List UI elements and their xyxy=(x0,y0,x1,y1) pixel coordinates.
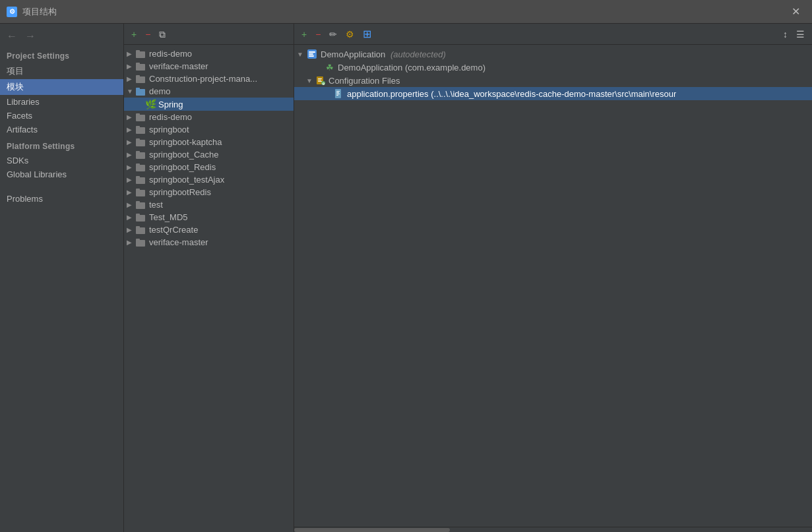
tree-arrow-springboot xyxy=(127,126,136,133)
project-settings-header: Project Settings xyxy=(0,46,123,63)
sidebar-item-libraries[interactable]: Libraries xyxy=(0,95,123,109)
tree-item-springboot-testajax[interactable]: springboot_testAjax xyxy=(124,173,294,186)
tree-item-springboot-cache[interactable]: springboot_Cache xyxy=(124,148,294,161)
tree-item-redis-demo2[interactable]: redis-demo xyxy=(124,111,294,123)
tree-item-test[interactable]: test xyxy=(124,198,294,211)
tree-item-label: testQrCreate xyxy=(149,225,198,235)
folder-icon-springbootredis xyxy=(136,188,146,196)
right-scrollbar[interactable] xyxy=(294,527,812,532)
tree-item-label: redis-demo xyxy=(149,49,192,59)
tree-item-label: Spring xyxy=(158,100,183,109)
folder-icon-cache xyxy=(136,150,146,159)
sidebar-item-sdks[interactable]: SDKs xyxy=(0,154,123,167)
tree-item-label: Construction-project-mana... xyxy=(149,74,257,84)
gear-right-button[interactable]: ⚙ xyxy=(342,28,358,40)
remove-right-button[interactable]: − xyxy=(312,28,324,40)
right-tree-item-config-files[interactable]: ▼ ⚙ Configuration Files xyxy=(294,74,812,87)
tree-item-veriface-master2[interactable]: veriface-master xyxy=(124,236,294,249)
svg-rect-11 xyxy=(136,126,140,129)
tree-item-redis-demo[interactable]: redis-demo xyxy=(124,47,294,60)
sidebar: ← → Project Settings 项目 模块 Libraries Fac… xyxy=(0,24,124,532)
svg-rect-13 xyxy=(136,138,140,141)
tree-arrow-test-md5 xyxy=(127,214,136,221)
folder-icon-redis-demo2 xyxy=(136,113,146,121)
sidebar-item-facets[interactable]: Facets xyxy=(0,109,123,123)
tree-item-testqrcreate[interactable]: testQrCreate xyxy=(124,223,294,236)
sidebar-item-modules[interactable]: 模块 xyxy=(0,79,123,95)
sort-button[interactable]: ↕ xyxy=(780,28,791,41)
tree-item-label: demo xyxy=(149,86,171,96)
tree-arrow-testajax xyxy=(127,176,136,183)
tree-item-construction[interactable]: Construction-project-mana... xyxy=(124,73,294,85)
title-bar: ⚙ 项目结构 ✕ xyxy=(0,0,812,24)
sidebar-item-project[interactable]: 项目 xyxy=(0,63,123,79)
sidebar-item-label: Libraries xyxy=(7,97,40,107)
tree-arrow-cache xyxy=(127,151,136,158)
copy-module-button[interactable]: ⧉ xyxy=(156,28,169,40)
tree-item-demo[interactable]: demo xyxy=(124,85,294,98)
tree-item-veriface-master[interactable]: veriface-master xyxy=(124,60,294,73)
svg-rect-32 xyxy=(309,53,313,55)
folder-icon-kaptcha xyxy=(136,138,146,146)
tree-item-spring[interactable]: 🌿 Spring xyxy=(124,98,294,111)
folder-icon-test-md5 xyxy=(136,213,146,222)
right-tree-item-demo-app-class[interactable]: ☘ DemoApplication (com.example.demo) xyxy=(294,61,812,74)
tree-arrow-veriface xyxy=(127,63,136,70)
config-files-icon: ⚙ xyxy=(315,75,326,86)
dialog-icon: ⚙ xyxy=(7,7,17,17)
tree-item-label: redis-demo xyxy=(149,112,192,122)
svg-rect-3 xyxy=(136,63,140,65)
tree-item-label: springboot-kaptcha xyxy=(149,137,222,147)
svg-rect-43 xyxy=(336,94,340,94)
add-module-button[interactable]: + xyxy=(128,28,140,40)
svg-rect-44 xyxy=(336,95,338,96)
svg-rect-21 xyxy=(136,189,140,191)
sidebar-item-label: SDKs xyxy=(7,156,28,165)
demo-app-extra: (autodetected) xyxy=(390,49,446,59)
right-tree: ▼ DemoApplication (autodetected) xyxy=(294,45,812,527)
folder-icon-redis-demo xyxy=(136,49,146,58)
sidebar-item-label: Facets xyxy=(7,111,32,121)
right-scrollbar-thumb xyxy=(294,528,450,532)
tree-arrow-construction xyxy=(127,75,136,82)
module-icon xyxy=(306,49,318,59)
tree-item-label: springboot_Cache xyxy=(149,150,219,160)
app-class-icon: ☘ xyxy=(325,62,335,73)
edit-right-button[interactable]: ✏ xyxy=(326,28,340,40)
folder-icon-springboot-redis xyxy=(136,163,146,171)
arrow-demo-app: ▼ xyxy=(297,51,306,58)
dialog-title: 项目结构 xyxy=(22,6,57,18)
close-button[interactable]: ✕ xyxy=(786,4,805,20)
module-right-button[interactable]: ⊞ xyxy=(359,28,375,41)
right-toolbar: + − ✏ ⚙ ⊞ ↕ ☰ xyxy=(294,24,812,45)
tree-arrow-springbootredis xyxy=(127,189,136,196)
middle-panel: + − ⧉ redis-demo veriface-master xyxy=(124,24,294,532)
tree-item-springboot-kaptcha[interactable]: springboot-kaptcha xyxy=(124,136,294,148)
tree-item-test-md5[interactable]: Test_MD5 xyxy=(124,211,294,223)
filter-button[interactable]: ☰ xyxy=(793,28,808,40)
tree-item-label: springboot_Redis xyxy=(149,162,216,172)
tree-item-label: Test_MD5 xyxy=(149,212,188,222)
svg-rect-35 xyxy=(318,78,322,79)
sidebar-item-problems[interactable]: Problems xyxy=(0,192,123,206)
forward-button[interactable]: → xyxy=(22,29,38,44)
back-button[interactable]: ← xyxy=(4,29,20,44)
sidebar-item-label: 项目 xyxy=(7,65,24,77)
tree-item-label: veriface-master xyxy=(149,61,208,71)
sidebar-item-artifacts[interactable]: Artifacts xyxy=(0,123,123,136)
sidebar-item-label: Global Libraries xyxy=(7,169,67,179)
tree-item-springbootredis[interactable]: springbootRedis xyxy=(124,186,294,198)
sidebar-item-global-libraries[interactable]: Global Libraries xyxy=(0,167,123,181)
tree-item-springboot-redis[interactable]: springboot_Redis xyxy=(124,161,294,173)
spring-icon: 🌿 xyxy=(145,99,156,109)
tree-arrow-springboot-redis xyxy=(127,163,136,171)
right-tree-item-demo-app[interactable]: ▼ DemoApplication (autodetected) xyxy=(294,47,812,61)
app-properties-label: application.properties (..\..\.\idea_wor… xyxy=(347,89,676,99)
properties-icon xyxy=(334,88,344,99)
right-tree-item-app-properties[interactable]: application.properties (..\..\.\idea_wor… xyxy=(294,87,812,100)
svg-rect-42 xyxy=(336,92,339,93)
remove-module-button[interactable]: − xyxy=(142,28,154,40)
add-right-button[interactable]: + xyxy=(298,28,310,40)
tree-item-springboot[interactable]: springboot xyxy=(124,123,294,136)
platform-settings-header: Platform Settings xyxy=(0,136,123,154)
